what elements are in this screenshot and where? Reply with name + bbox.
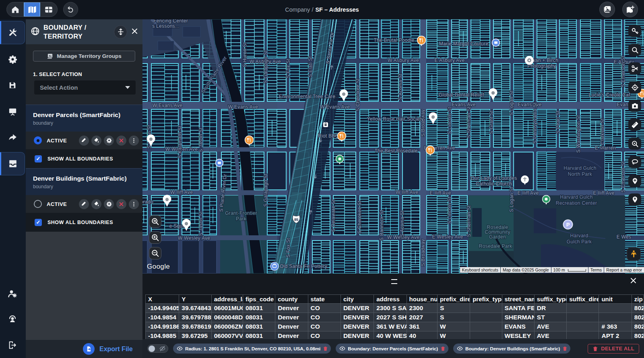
svg-text:85: 85 — [294, 218, 298, 222]
svg-text:S Galapago St: S Galapago St — [263, 174, 268, 207]
svg-text:The Brutal Poodle: The Brutal Poodle — [374, 37, 414, 43]
svg-text:Gulch Park: Gulch Park — [567, 239, 592, 245]
svg-text:S Emerson St: S Emerson St — [620, 161, 626, 193]
svg-text:S Pearl St: S Pearl St — [555, 111, 561, 134]
svg-text:E Iliff Ave: E Iliff Ave — [518, 190, 539, 196]
svg-text:E Iliff Ave: E Iliff Ave — [430, 190, 451, 196]
svg-text:Garden: Garden — [489, 234, 506, 240]
svg-text:S Jason St: S Jason St — [198, 128, 204, 152]
svg-text:Rosedale Park: Rosedale Park — [479, 243, 512, 249]
svg-text:E Iliff Ave: E Iliff Ave — [593, 190, 615, 196]
svg-text:S Elati St: S Elati St — [308, 56, 313, 77]
svg-text:Marie Margot Couture: Marie Margot Couture — [439, 41, 489, 47]
svg-text:E Wes: E Wes — [617, 234, 632, 240]
svg-text:W Iliff Ave: W Iliff Ave — [170, 189, 193, 195]
svg-text:E Asbury Ave: E Asbury Ave — [435, 58, 465, 63]
svg-text:Harvard: Harvard — [570, 233, 588, 239]
svg-text:S Lincoln St: S Lincoln St — [447, 107, 452, 134]
svg-text:The Best Rosedale: The Best Rosedale — [374, 148, 417, 154]
svg-text:s Lessons...: s Lessons... — [152, 23, 180, 29]
svg-text:S Clarkson St: S Clarkson St — [600, 118, 605, 150]
svg-text:S Logan St: S Logan St — [509, 90, 514, 115]
svg-text:E Wesley Ave: E Wesley Ave — [432, 234, 463, 240]
svg-text:Park: Park — [236, 216, 247, 222]
svg-text:S Broadway: S Broadway — [420, 239, 426, 266]
svg-text:W Asbury Ave: W Asbury Ave — [388, 58, 419, 63]
svg-text:S Emerson St: S Emerson St — [620, 56, 626, 87]
svg-text:S Sherman St: S Sherman St — [466, 106, 472, 138]
svg-text:olorado: olorado — [142, 199, 153, 205]
svg-text:S Galapago St: S Galapago St — [263, 50, 268, 83]
svg-text:Yellow Rose Hair Society: Yellow Rose Hair Society — [367, 116, 424, 122]
svg-text:Lucie's Creole Caf: Lucie's Creole Caf — [588, 92, 630, 98]
svg-text:S Cherokee St: S Cherokee St — [355, 78, 361, 111]
svg-text:E Warren: E Warren — [595, 145, 616, 151]
svg-text:S Washington St: S Washington St — [576, 115, 581, 153]
svg-text:Harvard Gulch: Harvard Gulch — [564, 165, 596, 171]
svg-text:S Delaware St: S Delaware St — [330, 199, 336, 232]
svg-text:Our Lady of Lourdes: Our Lady of Lourdes — [471, 175, 517, 181]
svg-text:W Iliff Ave: W Iliff Ave — [396, 189, 418, 195]
svg-text:S Acoma St: S Acoma St — [399, 210, 405, 237]
svg-text:S Logan St: S Logan St — [509, 187, 514, 212]
svg-text:Catholic Church: Catholic Church — [476, 181, 512, 187]
svg-text:S Kalamath St: S Kalamath St — [177, 126, 183, 158]
svg-text:S Lincoln St: S Lincoln St — [447, 197, 452, 224]
svg-text:S Cherokee St: S Cherokee St — [357, 201, 362, 234]
svg-text:S Jason St: S Jason St — [198, 211, 204, 236]
svg-text:S Fox St: S Fox St — [285, 58, 291, 78]
svg-text:W Wesley Ave: W Wesley Ave — [178, 235, 211, 241]
svg-text:Grant-Frontier: Grant-Frontier — [225, 210, 257, 216]
svg-text:S Broadway: S Broadway — [420, 109, 426, 137]
svg-text:S Sherman St: S Sherman St — [466, 205, 472, 237]
svg-text:Recreation Center: Recreation Center — [556, 200, 597, 206]
svg-text:W Evans Ave: W Evans Ave — [228, 104, 258, 110]
svg-text:S Huron St: S Huron St — [242, 42, 248, 67]
svg-text:Environmental Tree Care: Environmental Tree Care — [279, 94, 335, 99]
svg-text:P: P — [566, 222, 570, 228]
svg-text:S Grant St: S Grant St — [489, 110, 494, 134]
svg-text:W Evans Ave: W Evans Ave — [320, 104, 350, 110]
svg-text:North Park: North Park — [568, 171, 592, 177]
svg-text:S Acoma St: S Acoma St — [398, 74, 403, 100]
svg-text:Global Dental Relief: Global Dental Relief — [439, 92, 484, 98]
svg-text:Old Santa Fe Pottery: Old Santa Fe Pottery — [280, 263, 327, 269]
svg-text:S Bannock St: S Bannock St — [379, 210, 384, 241]
svg-text:S Fox St: S Fox St — [285, 238, 291, 257]
svg-text:Harvard Gulch: Harvard Gulch — [560, 194, 592, 200]
svg-text:Evans Ave: Evans Ave — [452, 102, 475, 107]
svg-text:S Pennsylvania St: S Pennsylvania St — [532, 102, 538, 144]
svg-text:W Evans Ave: W Evans Ave — [153, 103, 182, 108]
svg-text:Riot BBQ: Riot BBQ — [318, 133, 339, 139]
svg-text:Evans Ave: Evans Ave — [518, 102, 541, 107]
